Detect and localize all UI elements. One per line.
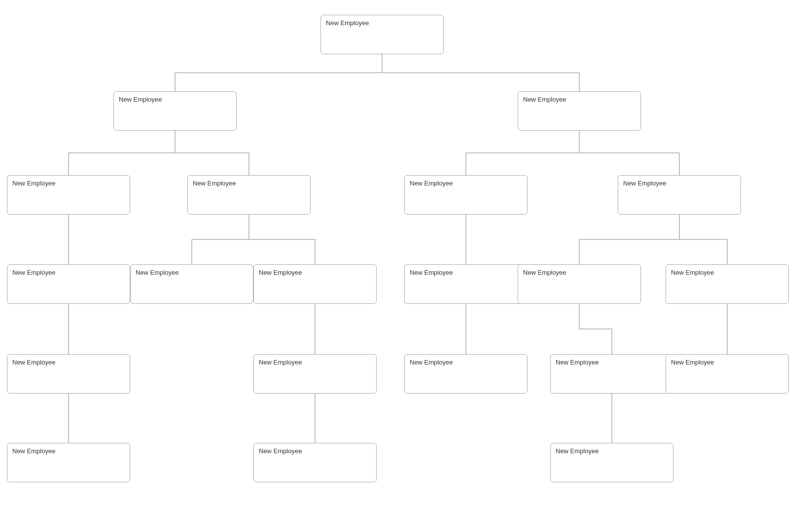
employee-node-l1a[interactable]: New Employee <box>113 91 237 131</box>
employee-node-l3d[interactable]: New Employee <box>404 264 528 304</box>
employee-node-l5c[interactable]: New Employee <box>550 443 673 482</box>
employee-node-l2b[interactable]: New Employee <box>187 175 311 215</box>
employee-node-l3e[interactable]: New Employee <box>518 264 641 304</box>
employee-node-l4e[interactable]: New Employee <box>666 354 789 394</box>
employee-node-l5a[interactable]: New Employee <box>7 443 130 482</box>
employee-node-root[interactable]: New Employee <box>320 15 444 54</box>
employee-node-l4b[interactable]: New Employee <box>253 354 377 394</box>
employee-node-l2a[interactable]: New Employee <box>7 175 130 215</box>
employee-node-l2c[interactable]: New Employee <box>404 175 528 215</box>
employee-node-l1b[interactable]: New Employee <box>518 91 641 131</box>
employee-node-l5b[interactable]: New Employee <box>253 443 377 482</box>
employee-node-l3f[interactable]: New Employee <box>666 264 789 304</box>
employee-node-l3c[interactable]: New Employee <box>253 264 377 304</box>
employee-node-l4d[interactable]: New Employee <box>550 354 673 394</box>
org-chart: New EmployeeNew EmployeeNew EmployeeNew … <box>0 0 812 502</box>
employee-node-l3b[interactable]: New Employee <box>130 264 253 304</box>
employee-node-l2d[interactable]: New Employee <box>618 175 741 215</box>
employee-node-l4a[interactable]: New Employee <box>7 354 130 394</box>
employee-node-l3a[interactable]: New Employee <box>7 264 130 304</box>
connectors-svg <box>0 0 812 502</box>
employee-node-l4c[interactable]: New Employee <box>404 354 528 394</box>
